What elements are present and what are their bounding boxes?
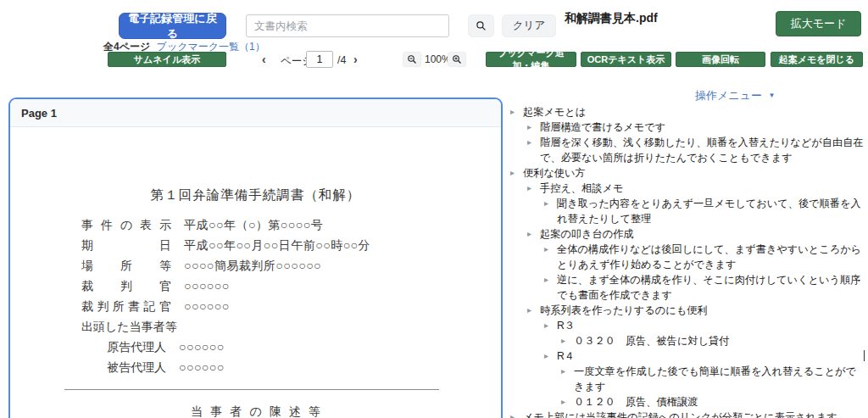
memo-item[interactable]: ▸便利な使い方 — [510, 165, 865, 181]
memo-item-text: メモ上部には当該事件の記録へのリンクが分類ごとに表示されます — [523, 410, 865, 418]
document-viewer-app: { "header": { "back_button": "電子記録管理に戻る"… — [0, 0, 868, 418]
bookmark-list-link[interactable]: ブックマーク一覧（1） — [157, 41, 265, 53]
memo-item[interactable]: ▸起案の叩き台の作成 — [510, 226, 865, 242]
rotate-image-button[interactable]: 画像回転 — [676, 52, 765, 67]
memo-item[interactable]: ▸０３２０ 原告、被告に対し貸付 — [510, 333, 865, 348]
collapse-triangle-icon[interactable]: ▸ — [544, 272, 557, 303]
zoom-out-button[interactable] — [403, 52, 421, 67]
document-search-input[interactable] — [246, 14, 449, 37]
clear-search-button[interactable]: クリア — [502, 14, 556, 37]
document-row: 被告代理人○○○○○○ — [81, 358, 501, 378]
collapse-triangle-icon[interactable]: ▸ — [510, 410, 523, 418]
collapse-triangle-icon[interactable]: ▸ — [544, 196, 557, 226]
document-heading: 第１回弁論準備手続調書（和解） — [10, 187, 501, 204]
page-number-input[interactable] — [306, 51, 333, 68]
memo-item-text: 起案の叩き台の作成 — [540, 226, 865, 242]
document-row-value: ○○○○○○ — [179, 341, 225, 354]
document-row-label: 場所等 — [81, 256, 171, 276]
document-rows: 事件の表示平成○○年（○）第○○○○号期日平成○○年○○月○○日午前○○時○○分… — [81, 215, 501, 378]
zoom-in-icon — [452, 54, 462, 64]
memo-item[interactable]: ▸階層構造で書けるメモです — [510, 120, 865, 135]
zoom-mode-button[interactable]: 拡大モード — [776, 11, 861, 36]
operation-menu-label: 操作メニュー — [695, 89, 762, 102]
next-page-button[interactable]: › — [353, 53, 358, 66]
back-to-records-button[interactable]: 電子記録管理に戻る — [119, 13, 226, 39]
memo-item[interactable]: ▸時系列表を作ったりするのにも便利 — [510, 303, 865, 318]
collapse-triangle-icon[interactable]: ▸ — [544, 318, 557, 333]
search-button[interactable] — [468, 14, 494, 37]
page-card-body: 第１回弁論準備手続調書（和解） 事件の表示平成○○年（○）第○○○○号期日平成○… — [10, 187, 501, 418]
memo-item-text: 階層を深く移動、浅く移動したり、順番を入替えたりなどが自由自在で、必要ない箇所は… — [540, 135, 865, 165]
document-row: 裁判所書記官○○○○○○ — [81, 297, 501, 317]
document-row-label: 裁判所書記官 — [81, 297, 171, 317]
collapse-triangle-icon[interactable]: ▸ — [527, 181, 540, 196]
document-row-label: 原告代理人 — [81, 337, 166, 358]
memo-outline: ▸起案メモとは▸階層構造で書けるメモです▸階層を深く移動、浅く移動したり、順番を… — [510, 104, 865, 418]
memo-item-text: 手控え、相談メモ — [540, 181, 865, 196]
thumbnail-view-button[interactable]: サムネイル表示 — [108, 52, 226, 67]
ocr-text-button[interactable]: OCRテキスト表示 — [581, 52, 671, 67]
document-row-value: ○○○○簡易裁判所○○○○○○ — [184, 259, 321, 272]
document-divider — [64, 389, 439, 390]
memo-item-text: 全体の構成作りなどは後回しにして、まず書きやすいところからとりあえず作り始めるこ… — [557, 242, 865, 272]
memo-item[interactable]: ▸聞き取った内容をとりあえず一旦メモしておいて、後で順番を入れ替えたりして整理 — [510, 196, 865, 226]
total-pages-label: 全4ページ — [103, 41, 150, 53]
memo-item-text: 階層構造で書けるメモです — [540, 120, 865, 135]
memo-item[interactable]: ▸手控え、相談メモ — [510, 181, 865, 196]
page-preview-card[interactable]: Page 1 第１回弁論準備手続調書（和解） 事件の表示平成○○年（○）第○○○… — [8, 98, 503, 418]
memo-item[interactable]: ▸階層を深く移動、浅く移動したり、順番を入替えたりなどが自由自在で、必要ない箇所… — [510, 135, 865, 165]
memo-item[interactable]: ▸起案メモとは — [510, 104, 865, 120]
document-row-label: 期日 — [81, 236, 171, 256]
operation-menu-dropdown[interactable]: 操作メニュー ▼ — [695, 88, 775, 103]
zoom-in-button[interactable] — [448, 52, 466, 67]
memo-item-text: 起案メモとは — [523, 104, 865, 120]
collapse-triangle-icon[interactable]: ▸ — [561, 364, 574, 394]
memo-item[interactable]: ▸R４ — [510, 348, 865, 364]
collapse-triangle-icon[interactable]: ▸ — [544, 242, 557, 272]
collapse-triangle-icon[interactable]: ▸ — [527, 120, 540, 135]
page-total-label: /4 — [337, 54, 346, 66]
text-caret — [864, 350, 865, 361]
memo-item[interactable]: ▸R３ — [510, 318, 865, 333]
search-icon — [476, 20, 487, 31]
memo-item[interactable]: ▸一度文章を作成した後でも簡単に順番を入れ替えることができます — [510, 364, 865, 394]
collapse-triangle-icon[interactable]: ▸ — [510, 104, 523, 120]
page-card-header: Page 1 — [10, 99, 501, 127]
document-row: 事件の表示平成○○年（○）第○○○○号 — [81, 215, 501, 236]
memo-item-text: 時系列表を作ったりするのにも便利 — [540, 303, 865, 318]
close-draft-memo-button[interactable]: 起案メモを閉じる — [771, 52, 863, 67]
zoom-out-icon — [407, 54, 417, 64]
document-row: 場所等○○○○簡易裁判所○○○○○○ — [81, 256, 501, 276]
memo-item-text: ０１２０ 原告、債権譲渡 — [574, 394, 865, 410]
collapse-triangle-icon[interactable]: ▸ — [527, 135, 540, 165]
document-row-label: 出頭した当事者等 — [81, 317, 177, 337]
collapse-triangle-icon[interactable]: ▸ — [510, 165, 523, 181]
memo-item[interactable]: ▸メモ上部には当該事件の記録へのリンクが分類ごとに表示されます — [510, 410, 865, 418]
document-row-label: 事件の表示 — [81, 215, 171, 236]
document-row: 裁判官○○○○○○ — [81, 276, 501, 297]
document-row: 出頭した当事者等 — [81, 317, 501, 337]
memo-item-text: ０３２０ 原告、被告に対し貸付 — [574, 333, 865, 348]
collapse-triangle-icon[interactable]: ▸ — [527, 303, 540, 318]
document-row-label: 被告代理人 — [81, 358, 166, 378]
collapse-triangle-icon[interactable]: ▸ — [527, 226, 540, 242]
document-row-label: 裁判官 — [81, 276, 171, 297]
collapse-triangle-icon[interactable]: ▸ — [544, 348, 557, 364]
document-row-value: ○○○○○○ — [184, 300, 230, 313]
document-row: 原告代理人○○○○○○ — [81, 337, 501, 358]
memo-item-text: 便利な使い方 — [523, 165, 865, 181]
memo-item-text: 逆に、まず全体の構成を作り、そこに肉付けしていくという順序でも書面を作成できます — [557, 272, 865, 303]
bookmark-add-edit-button[interactable]: ブックマーク追加・編集 — [486, 52, 576, 67]
chevron-down-icon: ▼ — [769, 92, 776, 99]
memo-item[interactable]: ▸全体の構成作りなどは後回しにして、まず書きやすいところからとりあえず作り始める… — [510, 242, 865, 272]
memo-item-text: R４ — [557, 348, 863, 364]
collapse-triangle-icon[interactable]: ▸ — [561, 333, 574, 348]
document-row: 期日平成○○年○○月○○日午前○○時○○分 — [81, 236, 501, 256]
previous-page-button[interactable]: ‹ — [262, 53, 266, 66]
collapse-triangle-icon[interactable]: ▸ — [561, 394, 574, 410]
memo-item[interactable]: ▸０１２０ 原告、債権譲渡 — [510, 394, 865, 410]
document-row-value: 平成○○年○○月○○日午前○○時○○分 — [184, 239, 370, 252]
document-section-title: 当事者の陳述等 — [10, 404, 501, 418]
memo-item[interactable]: ▸逆に、まず全体の構成を作り、そこに肉付けしていくという順序でも書面を作成できま… — [510, 272, 865, 303]
memo-item-text: 聞き取った内容をとりあえず一旦メモしておいて、後で順番を入れ替えたりして整理 — [557, 196, 865, 226]
